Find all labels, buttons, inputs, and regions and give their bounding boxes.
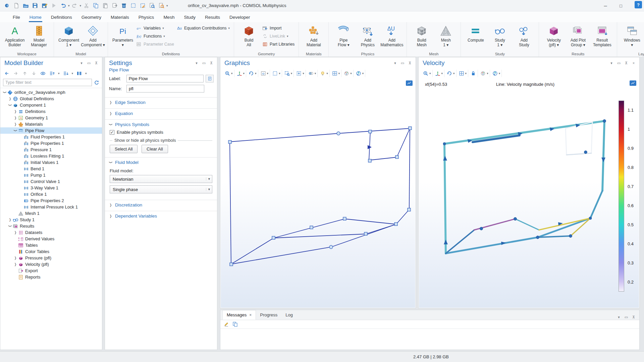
ribbon-button-add-component[interactable]: Add Component ▾ xyxy=(81,24,105,48)
ribbon-button-windows-[interactable]: Windows ▾ xyxy=(620,24,644,48)
expand-icon[interactable]: ❭ xyxy=(13,231,18,234)
panel-menu-icon[interactable]: ▾ xyxy=(78,60,85,66)
pin-panel-icon[interactable]: ⊼ xyxy=(623,60,629,66)
menu-materials[interactable]: Materials xyxy=(106,13,134,22)
tree-item-internal-pressure-lock-1[interactable]: Internal Pressure Lock 1 xyxy=(0,204,102,210)
color-theme-icon[interactable] xyxy=(343,70,350,76)
zoom-extents-icon[interactable] xyxy=(224,70,230,76)
redo-icon[interactable] xyxy=(71,2,79,10)
close-tab-icon[interactable]: × xyxy=(249,313,252,317)
tree-item-pipe-properties-2[interactable]: Pipe Properties 2 xyxy=(0,197,102,204)
ribbon-button-parameters-[interactable]: PiParameters ▾ xyxy=(111,24,135,48)
tree-item-component-1[interactable]: ❭Component 1 xyxy=(0,102,102,108)
copy-log-icon[interactable] xyxy=(232,321,238,327)
ribbon-button-import[interactable]: Import xyxy=(262,25,294,32)
panel-menu-icon[interactable]: ▾ xyxy=(392,60,398,66)
plot-window-icon[interactable] xyxy=(406,80,413,86)
grid-icon[interactable] xyxy=(459,70,465,76)
collapse-icon[interactable]: ❭ xyxy=(8,224,12,229)
expand-icon[interactable]: ❭ xyxy=(13,116,18,120)
tree-item-derived-values[interactable]: 8.85e-12Derived Values xyxy=(0,236,102,242)
ribbon-button-functions[interactable]: f(x)Functions▾ xyxy=(136,33,174,40)
tree-item-pressure-(pfl)[interactable]: ❭Pressure (pfl) xyxy=(0,255,102,261)
ribbon-button-compute[interactable]: Compute xyxy=(464,24,488,43)
save-as-icon[interactable] xyxy=(40,2,48,10)
tree-item-orifice-1[interactable]: Orifice 1 xyxy=(0,191,102,197)
ribbon-button-application-builder[interactable]: AApplication Builder xyxy=(3,24,27,48)
pin-panel-icon[interactable]: ⊼ xyxy=(631,314,637,320)
tab-messages[interactable]: Messages× xyxy=(222,310,256,320)
show-eye-icon[interactable] xyxy=(40,70,46,76)
nav-forward-icon[interactable] xyxy=(13,70,19,76)
panel-menu-icon[interactable]: ▾ xyxy=(608,60,614,66)
tree-item-datasets[interactable]: ❭Datasets xyxy=(0,229,102,236)
section-equation[interactable]: ❭ Equation xyxy=(109,111,213,116)
tree-item-pipe-flow[interactable]: ❭Pipe Flow xyxy=(0,127,102,134)
pin-panel-icon[interactable]: ⊼ xyxy=(208,60,214,66)
dropdown-caret-icon[interactable]: ▾ xyxy=(453,72,455,75)
delete-icon[interactable] xyxy=(120,2,128,10)
pin-panel-icon[interactable]: ⊼ xyxy=(407,60,413,66)
pin-panel-icon[interactable]: ⊼ xyxy=(93,60,99,66)
help-button[interactable]: ? xyxy=(635,1,642,8)
expand-icon[interactable]: ❭ xyxy=(8,97,12,101)
scene-icon[interactable] xyxy=(320,70,326,76)
select-all-button[interactable]: Select All xyxy=(110,145,138,153)
ribbon-button-equation-contributions[interactable]: ΔuEquation Contributions▾ xyxy=(177,25,230,32)
tree-item-velocity-(pfl)[interactable]: ❭Velocity (pfl) xyxy=(0,261,102,267)
color-theme-icon[interactable] xyxy=(480,70,486,76)
refresh-icon[interactable] xyxy=(94,80,99,85)
velocity-canvas[interactable]: xf(54)=0.53 Line: Velocity magnitude (m/… xyxy=(419,78,639,308)
collapse-icon[interactable]: ❭ xyxy=(14,128,17,133)
tree-item-pump-1[interactable]: Pump 1 xyxy=(0,172,102,178)
tree-item-control-valve-1[interactable]: Control Valve 1 xyxy=(0,178,102,185)
panel-menu-icon[interactable]: ▾ xyxy=(194,60,200,66)
ribbon-button-pipe-flow[interactable]: Pipe Flow ▾ xyxy=(331,24,356,48)
zoom-extents-icon[interactable] xyxy=(423,70,429,76)
dropdown-caret-icon[interactable]: ▾ xyxy=(441,72,443,75)
fluid-model-select[interactable]: Newtonian ▼ xyxy=(110,175,212,183)
dropdown-caret-icon[interactable]: ▾ xyxy=(243,72,245,75)
panel-menu-icon[interactable]: ▾ xyxy=(616,314,622,320)
find-icon[interactable] xyxy=(148,2,156,10)
expand-icon[interactable]: ❭ xyxy=(13,256,18,260)
dropdown-caret-icon[interactable]: ▾ xyxy=(166,4,168,7)
menu-definitions[interactable]: Definitions xyxy=(46,13,77,22)
enable-physics-symbols-checkbox[interactable]: ✓ xyxy=(110,130,114,135)
menu-home[interactable]: Home xyxy=(25,13,46,22)
section-discretization[interactable]: ❭ Discretization xyxy=(109,202,213,207)
ribbon-button-build-all[interactable]: Build All xyxy=(237,24,261,48)
tab-log[interactable]: Log xyxy=(281,310,297,320)
go-to-view-icon[interactable] xyxy=(236,70,243,76)
tree-item-mesh-1[interactable]: Mesh 1 xyxy=(0,210,102,217)
expand-icon[interactable]: ❭ xyxy=(13,110,18,113)
dropdown-caret-icon[interactable]: ▾ xyxy=(315,72,316,75)
select-box-icon[interactable] xyxy=(129,2,137,10)
tree-item-initial-values-1[interactable]: DInitial Values 1 xyxy=(0,159,102,166)
tree-item-fluid-properties-1[interactable]: DFluid Properties 1 xyxy=(0,134,102,140)
select-box-icon[interactable] xyxy=(272,70,278,76)
close-panel-icon[interactable]: × xyxy=(631,60,637,66)
menu-physics[interactable]: Physics xyxy=(134,13,159,22)
dropdown-caret-icon[interactable]: ▾ xyxy=(231,72,233,75)
tree-item-study-1[interactable]: ❭Study 1 xyxy=(0,217,102,223)
ribbon-button-variables[interactable]: a=Variables▾ xyxy=(136,25,174,32)
clear-log-icon[interactable] xyxy=(224,321,230,327)
menu-study[interactable]: Study xyxy=(179,13,200,22)
ribbon-button-add-physics[interactable]: Add Physics xyxy=(356,24,380,48)
name-field[interactable] xyxy=(126,85,204,93)
dropdown-caret-icon[interactable]: ▾ xyxy=(255,72,257,75)
dropdown-caret-icon[interactable]: ▾ xyxy=(85,72,87,75)
transparency-icon[interactable] xyxy=(308,70,314,76)
dropdown-caret-icon[interactable]: ▾ xyxy=(68,4,70,7)
zoom-box-icon[interactable] xyxy=(284,70,290,76)
ribbon-button-study-1[interactable]: Study 1 ▾ xyxy=(488,24,512,48)
save-icon[interactable] xyxy=(31,2,39,10)
tree-item-materials[interactable]: ❭Materials xyxy=(0,121,102,127)
ribbon-button-build-mesh[interactable]: Build Mesh xyxy=(410,24,434,48)
rename-label-button[interactable] xyxy=(206,75,214,82)
dropdown-caret-icon[interactable]: ▾ xyxy=(58,72,60,75)
section-dependent-variables[interactable]: ❭ Dependent Variables xyxy=(109,214,213,219)
dropdown-caret-icon[interactable]: ▾ xyxy=(465,72,467,75)
section-physics-symbols[interactable]: ❭ Physics Symbols xyxy=(109,122,213,127)
